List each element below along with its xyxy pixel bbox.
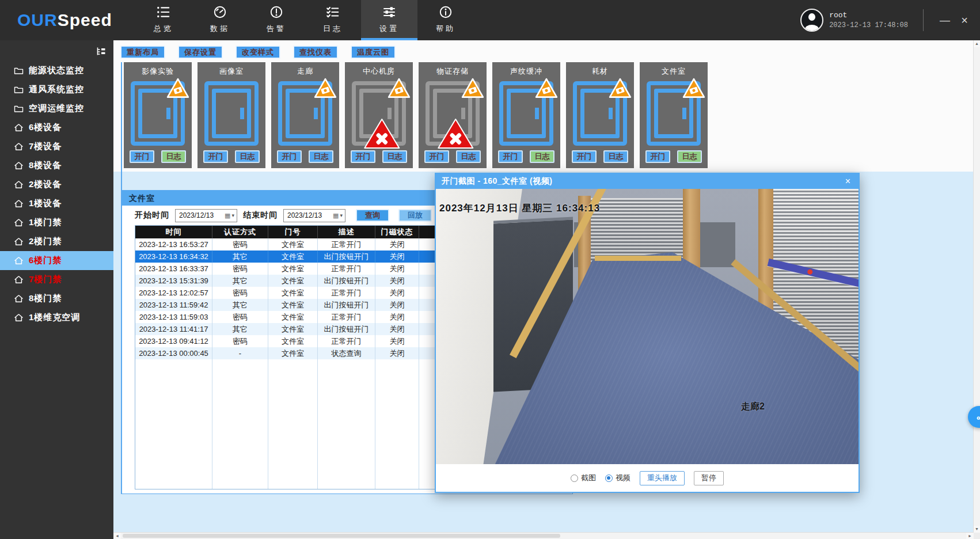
cell: 关闭 — [375, 287, 419, 299]
sidebar-item-label: 1楼维克空调 — [29, 312, 80, 323]
nav-item-logs[interactable]: 日志 — [305, 0, 361, 40]
relayout-button[interactable]: 重新布局 — [120, 45, 165, 59]
sidebar-item-label: 1楼门禁 — [29, 217, 62, 228]
home-icon — [14, 142, 24, 151]
sidebar-item-label: 6楼设备 — [29, 122, 62, 133]
sidebar-item-floor2-access[interactable]: 2楼门禁 — [0, 232, 113, 251]
cell: - — [212, 347, 268, 359]
door-icon — [352, 81, 406, 146]
open-door-button[interactable]: 开门 — [498, 150, 523, 163]
cell: 关闭 — [375, 323, 419, 335]
save-settings-button[interactable]: 保存设置 — [178, 45, 223, 59]
scroll-right-icon[interactable]: ► — [966, 533, 974, 539]
cell: 密码 — [212, 335, 268, 347]
sidebar-item-hvac-monitor[interactable]: 空调运维监控 — [0, 99, 113, 118]
layout-toolbar: 重新布局保存设置改变样式查找仪表温度云图 — [120, 45, 396, 59]
nav-item-help[interactable]: 帮助 — [417, 0, 474, 40]
help-icon — [438, 5, 453, 20]
door-log-button[interactable]: 日志 — [235, 150, 260, 163]
sidebar-item-label: 1楼设备 — [29, 198, 62, 209]
door-error-icon — [363, 117, 401, 150]
main-content: 重新布局保存设置改变样式查找仪表温度云图 影像实验开门日志画像室开门日志走廊开门… — [113, 40, 980, 539]
open-door-button[interactable]: 开门 — [130, 150, 154, 163]
door-log-button[interactable]: 日志 — [382, 150, 407, 163]
camera-alarm-icon — [609, 78, 632, 98]
start-date-input[interactable]: 2023/12/13 ▦ ▾ — [175, 209, 237, 222]
screenshot-radio[interactable]: 截图 — [571, 473, 596, 483]
dropdown-arrow-icon: ▾ — [340, 212, 343, 218]
app-window: OUR Speed 总览数据告警日志设置帮助 root 2023-12-13 1… — [0, 0, 980, 539]
sidebar-item-floor1-devices[interactable]: 1楼设备 — [0, 194, 113, 213]
home-icon — [14, 123, 24, 132]
sidebar-item-label: 空调运维监控 — [29, 103, 84, 114]
sidebar-item-energy-monitor[interactable]: 能源状态监控 — [0, 61, 113, 80]
door-log-button[interactable]: 日志 — [456, 150, 481, 163]
change-style-button[interactable]: 改变样式 — [235, 45, 280, 59]
query-button[interactable]: 查询 — [356, 209, 389, 222]
vertical-scrollbar[interactable]: ▲ ▼ — [973, 40, 980, 533]
door-log-button[interactable]: 日志 — [161, 150, 186, 163]
open-door-button[interactable]: 开门 — [424, 150, 449, 163]
open-door-button[interactable]: 开门 — [572, 150, 597, 163]
horizontal-scrollbar[interactable]: ◄ ► — [113, 532, 974, 539]
end-date-value: 2023/12/13 — [287, 211, 333, 219]
open-door-button[interactable]: 开门 — [645, 150, 670, 163]
pause-button[interactable]: 暂停 — [694, 471, 724, 485]
find-meter-button[interactable]: 查找仪表 — [293, 45, 338, 59]
sidebar-item-floor2-devices[interactable]: 2楼设备 — [0, 175, 113, 194]
sidebar-item-floor7-devices[interactable]: 7楼设备 — [0, 137, 113, 156]
divider — [923, 9, 924, 31]
nav-label: 总览 — [154, 24, 173, 34]
temperature-cloud-button[interactable]: 温度云图 — [351, 45, 396, 59]
sidebar-item-ventilation-monitor[interactable]: 通风系统监控 — [0, 80, 113, 99]
open-door-button[interactable]: 开门 — [203, 150, 228, 163]
door-log-button[interactable]: 日志 — [603, 150, 628, 163]
video-radio[interactable]: 视频 — [605, 473, 630, 483]
modal-title-bar[interactable]: 开门截图 - 160_文件室 (视频) × — [436, 174, 859, 189]
scroll-up-icon[interactable]: ▲ — [974, 40, 980, 47]
cell: 2023-12-13 11:59:03 — [135, 311, 212, 323]
sidebar-item-floor6-access[interactable]: 6楼门禁 — [0, 251, 113, 270]
open-door-button[interactable]: 开门 — [277, 150, 302, 163]
user-info[interactable]: root 2023-12-13 17:48:08 — [800, 0, 908, 40]
door-icon — [647, 81, 701, 146]
nav-item-alarm[interactable]: 告警 — [248, 0, 305, 40]
replay-from-start-button[interactable]: 重头播放 — [640, 471, 685, 485]
sidebar-item-floor8-access[interactable]: 8楼门禁 — [0, 289, 113, 308]
scrollbar-thumb[interactable] — [123, 534, 560, 538]
cell: 文件室 — [268, 287, 318, 299]
nav-item-settings[interactable]: 设置 — [361, 0, 417, 40]
sidebar: 能源状态监控通风系统监控空调运维监控6楼设备7楼设备8楼设备2楼设备1楼设备1楼… — [0, 40, 113, 539]
door-log-button[interactable]: 日志 — [530, 150, 554, 163]
video-modal: 开门截图 - 160_文件室 (视频) × 2023年12月13日 星 — [435, 173, 860, 493]
panel-collapse-button[interactable]: « — [968, 406, 980, 428]
modal-close-icon[interactable]: × — [843, 176, 853, 187]
column-header: 描述 — [318, 226, 375, 238]
sidebar-item-floor8-devices[interactable]: 8楼设备 — [0, 156, 113, 175]
door-error-icon — [436, 117, 474, 150]
door-log-button[interactable]: 日志 — [677, 150, 702, 163]
settings-icon — [382, 5, 397, 20]
sidebar-item-floor1-vic-hvac[interactable]: 1楼维克空调 — [0, 308, 113, 327]
scroll-down-icon[interactable]: ▼ — [974, 526, 980, 533]
minimize-button[interactable]: — — [935, 14, 955, 26]
door-log-button[interactable]: 日志 — [309, 150, 333, 163]
tree-collapse-icon[interactable] — [96, 47, 107, 56]
door-card-title: 画像室 — [197, 62, 265, 77]
scroll-left-icon[interactable]: ◄ — [113, 533, 121, 539]
sidebar-item-floor6-devices[interactable]: 6楼设备 — [0, 118, 113, 137]
nav-item-overview[interactable]: 总览 — [135, 0, 192, 40]
end-date-input[interactable]: 2023/12/13 ▦ ▾ — [283, 209, 345, 222]
nav-label: 设置 — [379, 24, 399, 34]
cell: 文件室 — [268, 299, 318, 311]
replay-button[interactable]: 回放 — [398, 209, 432, 222]
alert-icon — [269, 5, 284, 20]
nav-item-data[interactable]: 数据 — [192, 0, 248, 40]
sidebar-item-floor1-access[interactable]: 1楼门禁 — [0, 213, 113, 232]
open-door-button[interactable]: 开门 — [351, 150, 375, 163]
close-button[interactable]: × — [955, 14, 974, 27]
main-nav: 总览数据告警日志设置帮助 — [135, 0, 474, 40]
calendar-icon: ▦ — [225, 212, 230, 219]
home-icon — [14, 275, 24, 284]
sidebar-item-floor7-access[interactable]: 7楼门禁 — [0, 270, 113, 289]
